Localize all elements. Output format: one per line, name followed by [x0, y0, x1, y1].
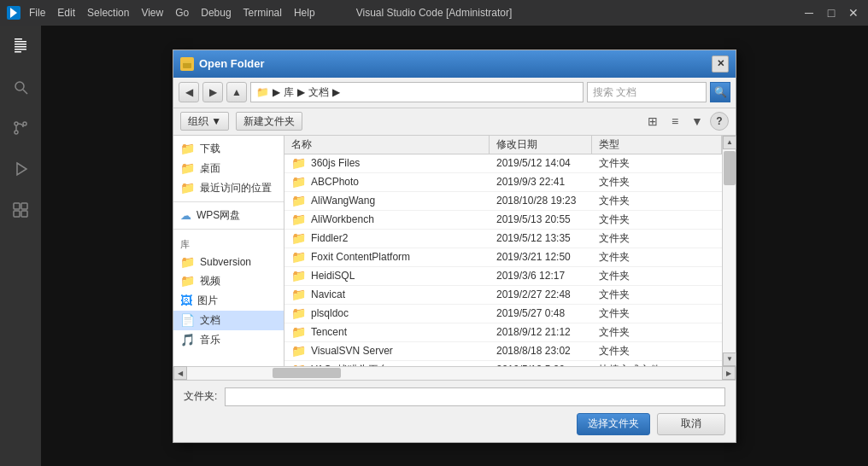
activity-git[interactable]	[7, 114, 34, 142]
file-row[interactable]: 📁 plsqldoc 2019/5/27 0:48 文件夹	[284, 305, 722, 323]
activity-files[interactable]	[7, 32, 34, 60]
music-icon: 🎵	[180, 333, 195, 347]
path-bar[interactable]: 📁 ▶ 库 ▶ 文档 ▶	[250, 82, 584, 102]
left-item-wps[interactable]: ☁ WPS网盘	[173, 206, 284, 225]
header-type[interactable]: 类型	[592, 136, 722, 154]
svg-rect-5	[15, 49, 26, 50]
left-item-download[interactable]: 📁 下载	[173, 139, 284, 159]
menu-go[interactable]: Go	[175, 7, 189, 19]
file-col-type: 文件夹	[592, 175, 722, 189]
menu-selection[interactable]: Selection	[87, 7, 129, 19]
file-col-date: 2018/9/12 21:12	[490, 326, 592, 338]
file-name: Tencent	[311, 326, 347, 338]
app-icon	[7, 6, 21, 20]
help-button[interactable]: ?	[710, 112, 729, 131]
activity-debug[interactable]	[7, 155, 34, 183]
file-row[interactable]: 📁 Fiddler2 2019/5/12 13:35 文件夹	[284, 230, 722, 248]
file-col-type: 文件夹	[592, 250, 722, 265]
header-date[interactable]: 修改日期	[490, 136, 592, 154]
view-toggle-button[interactable]: ⊞	[643, 112, 662, 131]
horizontal-scrollbar: ◀ ▶	[173, 366, 736, 380]
content-area: Open Folder ✕ ◀ ▶ ▲ 📁 ▶ 库 ▶ 文档 ▶	[41, 26, 868, 466]
vertical-scrollbar[interactable]: ▲ ▼	[722, 136, 736, 366]
activity-search[interactable]	[7, 73, 34, 101]
window-title: Visual Studio Code [Administrator]	[356, 7, 513, 19]
view-list-button[interactable]: ≡	[666, 112, 684, 131]
document-icon: 📄	[180, 313, 195, 327]
left-item-documents[interactable]: 📄 文档	[173, 311, 284, 330]
new-folder-button[interactable]: 新建文件夹	[236, 112, 302, 131]
left-item-desktop-label: 桌面	[200, 161, 220, 176]
file-folder-icon: 📁	[291, 194, 306, 207]
left-item-pictures[interactable]: 🖼 图片	[173, 291, 284, 311]
scroll-down-arrow[interactable]: ▼	[723, 352, 736, 366]
search-button[interactable]: 🔍	[710, 82, 730, 102]
file-col-name: 📁 Tencent	[284, 325, 490, 339]
menu-terminal[interactable]: Terminal	[243, 7, 282, 19]
left-item-subversion[interactable]: 📁 Subversion	[173, 253, 284, 271]
scroll-up-arrow[interactable]: ▲	[723, 136, 736, 149]
titlebar: File Edit Selection View Go Debug Termin…	[0, 0, 868, 26]
file-folder-icon: 📁	[291, 269, 306, 283]
file-row[interactable]: 📁 Foxit ContentPlatform 2019/3/21 12:50 …	[284, 248, 722, 267]
file-row[interactable]: 📁 Tencent 2018/9/12 21:12 文件夹	[284, 323, 722, 342]
svg-point-11	[15, 131, 18, 134]
forward-button[interactable]: ▶	[202, 82, 223, 102]
menu-debug[interactable]: Debug	[201, 7, 231, 19]
organize-button[interactable]: 组织 ▼	[180, 112, 229, 131]
left-item-subversion-label: Subversion	[200, 256, 251, 268]
file-row[interactable]: 📁 Navicat 2019/2/27 22:48 文件夹	[284, 286, 722, 305]
dialog-close-button[interactable]: ✕	[712, 55, 729, 73]
maximize-button[interactable]: □	[824, 5, 839, 20]
left-separator2	[173, 229, 284, 230]
svg-line-8	[23, 90, 27, 94]
path-part1[interactable]: 库	[284, 85, 294, 100]
close-button[interactable]: ✕	[846, 5, 861, 20]
file-name: VisualSVN Server	[311, 345, 393, 357]
file-folder-icon: 📁	[291, 213, 306, 226]
file-row[interactable]: 📁 360js Files 2019/5/12 14:04 文件夹	[284, 154, 722, 173]
dialog-title-left: Open Folder	[180, 57, 265, 71]
menu-view[interactable]: View	[141, 7, 163, 19]
svg-rect-1	[15, 38, 22, 40]
cancel-button[interactable]: 取消	[657, 413, 725, 435]
search-bar[interactable]: 搜索 文档	[587, 82, 707, 102]
file-row[interactable]: 📁 AliWorkbench 2019/5/13 20:55 文件夹	[284, 211, 722, 230]
back-button[interactable]: ◀	[179, 82, 199, 102]
left-item-video[interactable]: 📁 视频	[173, 271, 284, 291]
path-part2[interactable]: 文档	[308, 85, 329, 100]
up-button[interactable]: ▲	[226, 82, 247, 102]
menu-help[interactable]: Help	[294, 7, 315, 19]
filename-input[interactable]	[225, 387, 725, 406]
header-name[interactable]: 名称	[284, 136, 490, 154]
view-down-button[interactable]: ▼	[688, 112, 707, 131]
file-col-type: 文件夹	[592, 156, 722, 171]
left-item-desktop[interactable]: 📁 桌面	[173, 159, 284, 178]
svg-rect-17	[21, 211, 27, 217]
menu-edit[interactable]: Edit	[57, 7, 75, 19]
file-col-name: 📁 ABCPhoto	[284, 175, 490, 189]
select-folder-button[interactable]: 选择文件夹	[577, 413, 650, 435]
file-name: ABCPhoto	[311, 176, 359, 188]
file-col-date: 2019/5/12 13:35	[490, 232, 592, 244]
hscroll-thumb[interactable]	[273, 368, 341, 378]
file-row[interactable]: 📁 ABCPhoto 2019/9/3 22:41 文件夹	[284, 173, 722, 192]
scroll-thumb[interactable]	[724, 151, 736, 185]
file-row[interactable]: 📁 VisualSVN Server 2018/8/18 23:02 文件夹	[284, 342, 722, 361]
hscroll-left-arrow[interactable]: ◀	[173, 366, 187, 380]
file-folder-icon: 📁	[291, 288, 306, 301]
svg-rect-4	[15, 46, 26, 48]
activity-extensions[interactable]	[7, 196, 34, 224]
left-panel: 📁 下载 📁 桌面 📁 最近访问的位置 ☁	[173, 136, 284, 366]
left-item-recent[interactable]: 📁 最近访问的位置	[173, 178, 284, 198]
path-home-icon: 📁	[256, 86, 269, 98]
select-folder-label: 选择文件夹	[588, 416, 639, 431]
hscroll-right-arrow[interactable]: ▶	[722, 366, 736, 380]
scroll-track	[723, 149, 736, 352]
left-item-music[interactable]: 🎵 音乐	[173, 330, 284, 350]
menu-file[interactable]: File	[29, 7, 45, 19]
file-row[interactable]: 📁 HeidiSQL 2019/3/6 12:17 文件夹	[284, 267, 722, 286]
file-row[interactable]: 📁 AliWangWang 2018/10/28 19:23 文件夹	[284, 192, 722, 211]
minimize-button[interactable]: ─	[801, 5, 817, 20]
window-controls: ─ □ ✕	[801, 5, 861, 20]
